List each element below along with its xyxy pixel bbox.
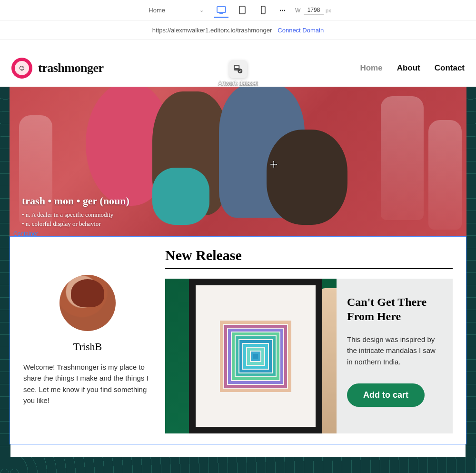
dataset-chip[interactable]: Artwork dataset <box>218 60 258 87</box>
more-options-button[interactable]: ⋯ <box>277 5 288 16</box>
tablet-preview-button[interactable] <box>235 3 249 18</box>
add-to-cart-button[interactable]: Add to cart <box>347 383 425 407</box>
svg-rect-3 <box>261 6 265 14</box>
width-label: W <box>295 7 302 14</box>
ellipsis-icon: ⋯ <box>279 7 286 14</box>
svg-rect-0 <box>217 7 226 12</box>
mandala-artwork-icon <box>220 321 291 392</box>
desktop-preview-button[interactable] <box>214 3 228 18</box>
product-info: Can't Get There From Here This design wa… <box>337 279 453 433</box>
nav-link-home[interactable]: Home <box>360 63 382 73</box>
site-header: ☺ trashmonger Artwork dataset Home About… <box>0 50 476 87</box>
svg-rect-4 <box>234 65 239 70</box>
canvas-width-control: W px <box>295 6 331 15</box>
background-pattern-footer <box>0 457 476 473</box>
svg-point-7 <box>238 69 242 73</box>
author-name: TrishB <box>73 341 102 353</box>
release-column: New Release <box>165 247 453 433</box>
hero-line-1: • n. A dealer in a specific commodity <box>22 211 129 219</box>
background-pattern-left <box>0 85 10 460</box>
background-pattern-right <box>466 85 476 460</box>
preview-url: https://alexmwalker1.editorx.io/trashmon… <box>152 27 272 34</box>
site-name: trashmonger <box>38 61 103 75</box>
tablet-icon <box>239 6 246 14</box>
move-cursor-icon <box>269 160 278 169</box>
logo-icon: ☺ <box>11 58 32 79</box>
canvas-width-input[interactable] <box>304 6 324 15</box>
dataset-icon <box>229 60 247 78</box>
author-avatar[interactable] <box>60 275 116 331</box>
dataset-label: Artwork dataset <box>218 80 258 87</box>
selection-label: Container <box>13 231 38 237</box>
release-container[interactable]: TrishB Welcome! Trashmonger is my place … <box>10 236 466 444</box>
site-nav: Home About Contact <box>360 63 465 73</box>
nav-link-contact[interactable]: Contact <box>435 63 465 73</box>
release-heading: New Release <box>165 247 453 269</box>
product-title: Can't Get There From Here <box>347 295 442 323</box>
desktop-icon <box>217 6 226 14</box>
release-content-row: Can't Get There From Here This design wa… <box>165 279 453 433</box>
hero-line-2: • n. colorful display or behavior <box>22 220 129 228</box>
logo-face-icon: ☺ <box>15 61 29 75</box>
preview-url-bar: https://alexmwalker1.editorx.io/trashmon… <box>0 21 476 40</box>
svg-rect-2 <box>239 6 245 14</box>
width-unit: px <box>326 8 331 13</box>
chevron-down-icon: ⌄ <box>199 7 204 13</box>
editor-toolbar: Home ⌄ ⋯ W px <box>0 0 476 21</box>
page-selector-label: Home <box>149 7 165 14</box>
author-bio: Welcome! Trashmonger is my place to shar… <box>23 362 152 406</box>
editor-canvas[interactable]: ☺ trashmonger Artwork dataset Home About… <box>0 40 476 473</box>
nav-link-about[interactable]: About <box>397 63 420 73</box>
svg-rect-6 <box>235 67 238 68</box>
site-logo-group[interactable]: ☺ trashmonger <box>11 58 103 79</box>
product-image[interactable] <box>165 279 337 433</box>
hero-section[interactable]: trash • mon • ger (noun) • n. A dealer i… <box>10 87 466 236</box>
mobile-icon <box>261 6 266 14</box>
page-selector[interactable]: Home ⌄ <box>145 5 208 16</box>
product-description: This design was inspired by the intricat… <box>347 334 442 367</box>
hero-text: trash • mon • ger (noun) • n. A dealer i… <box>22 195 129 228</box>
author-column: TrishB Welcome! Trashmonger is my place … <box>23 247 152 433</box>
mobile-preview-button[interactable] <box>256 3 270 18</box>
connect-domain-link[interactable]: Connect Domain <box>278 27 324 34</box>
hero-title: trash • mon • ger (noun) <box>22 195 129 207</box>
svg-rect-5 <box>235 66 238 67</box>
